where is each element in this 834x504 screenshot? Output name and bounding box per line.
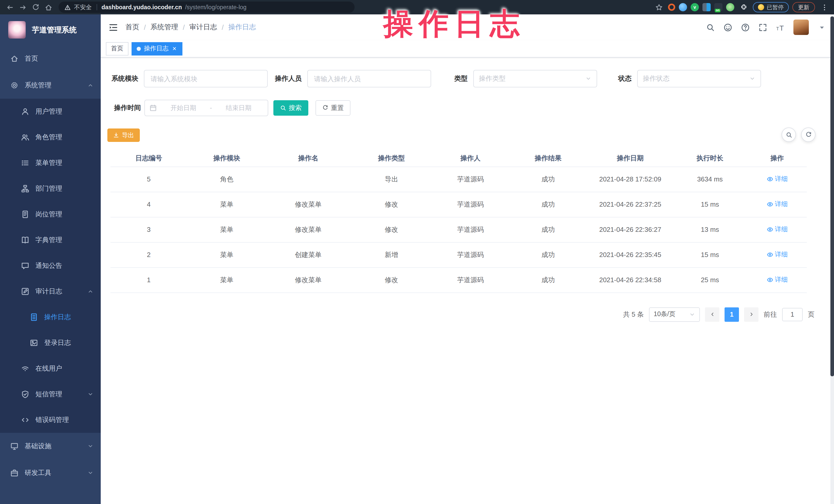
operator-input[interactable] [307,70,431,87]
export-button[interactable]: 导出 [107,129,140,142]
help-icon[interactable] [741,23,750,31]
book-icon [21,236,29,244]
goto-page-input[interactable] [782,308,803,321]
toggle-search-button[interactable] [782,128,796,142]
table-cell-action: 详细 [748,217,807,242]
prev-page-button[interactable] [705,307,719,322]
search-button[interactable]: 搜索 [273,100,308,116]
sidebar-item-label: 通知公告 [36,261,62,270]
eye-icon [767,226,773,233]
date-range-picker[interactable]: 开始日期 - 结束日期 [145,100,268,116]
status-select[interactable]: 操作状态 [637,70,761,87]
sidebar-item-online-users[interactable]: 在线用户 [0,356,101,381]
scrollbar-thumb[interactable] [830,17,834,376]
tag-home[interactable]: 首页 [106,42,129,55]
sidebar-item-notice[interactable]: 通知公告 [0,253,101,279]
sidebar-fold-icon[interactable] [108,22,118,32]
update-button[interactable]: 更新 [792,2,815,12]
sidebar-item-role-management[interactable]: 角色管理 [0,125,101,150]
tag-operate-log[interactable]: 操作日志 [132,42,182,55]
sidebar: 芋道管理系统 首页系统管理用户管理角色管理菜单管理部门管理岗位管理字典管理通知公… [0,15,101,504]
svg-text:T: T [776,26,779,31]
address-bar[interactable]: 不安全 dashboard.yudao.iocoder.cn/system/lo… [59,2,355,13]
table-cell-action: 详细 [748,267,807,292]
sidebar-item-user-management[interactable]: 用户管理 [0,99,101,125]
table-cell-type: 导出 [350,167,433,192]
reset-button[interactable]: 重置 [315,100,350,116]
refresh-table-button[interactable] [801,128,815,142]
extension-icon[interactable]: on [714,3,723,11]
sidebar-item-login-log[interactable]: 登录日志 [0,330,101,356]
browser-home-icon[interactable] [43,2,54,13]
table-cell-date: 2021-04-26 22:37:25 [588,192,673,217]
table-cell-action: 详细 [748,242,807,267]
page-size-select[interactable]: 10条/页 [649,307,700,322]
type-select[interactable]: 操作类型 [473,70,597,87]
detail-link[interactable]: 详细 [767,175,788,183]
sidebar-item-sms-management[interactable]: 短信管理 [0,381,101,407]
table-cell-date: 2021-04-26 22:34:58 [588,267,673,292]
sidebar-logo-row[interactable]: 芋道管理系统 [0,15,101,45]
bookmark-star-icon[interactable] [653,2,664,13]
extension-icon[interactable] [702,3,711,11]
sidebar-item-label: 基础设施 [25,441,51,451]
browser-menu-icon[interactable] [818,2,830,13]
browser-reload-icon[interactable] [30,2,41,13]
gear-icon [10,81,19,89]
table-cell-result: 成功 [508,167,588,192]
extension-icon[interactable] [679,3,687,11]
sidebar-item-infrastructure[interactable]: 基础设施 [0,433,101,460]
app-logo-image [8,21,26,39]
browser-forward-icon[interactable] [17,2,28,13]
module-input[interactable] [144,70,268,87]
sidebar-item-post-management[interactable]: 岗位管理 [0,201,101,227]
column-header: 操作人 [433,151,508,167]
table-cell-type: 修改 [350,267,433,292]
font-size-icon[interactable]: TT [776,23,785,31]
table-row: 4菜单修改菜单修改芋道源码成功2021-04-26 22:37:2515 ms详… [110,192,807,217]
fullscreen-icon[interactable] [759,23,767,31]
extension-icon[interactable] [668,4,675,11]
sidebar-item-audit-log[interactable]: 审计日志 [0,279,101,304]
extensions-puzzle-icon[interactable] [738,2,749,13]
browser-back-icon[interactable] [4,2,16,13]
end-date-placeholder: 结束日期 [214,104,263,112]
sidebar-item-menu-management[interactable]: 菜单管理 [0,150,101,176]
sidebar-item-home[interactable]: 首页 [0,45,101,72]
sidebar-item-label: 研发工具 [25,468,51,478]
github-icon[interactable] [724,23,732,31]
eye-icon [767,251,773,258]
wifi-icon [21,365,29,373]
home-icon [10,54,19,63]
sidebar-item-dept-management[interactable]: 部门管理 [0,176,101,201]
detail-link[interactable]: 详细 [767,200,788,209]
sidebar-item-error-code-management[interactable]: 错误码管理 [0,407,101,433]
search-icon[interactable] [706,23,715,31]
extension-icon[interactable]: v [690,3,699,11]
security-warning-icon[interactable] [64,4,71,10]
page-scrollbar[interactable] [830,15,834,504]
breadcrumb-item[interactable]: 审计日志 [189,23,217,32]
table-cell-name: 修改菜单 [266,217,350,242]
extension-icon[interactable] [726,3,734,11]
next-page-button[interactable] [744,307,759,322]
table-cell-duration: 15 ms [673,192,748,217]
detail-link[interactable]: 详细 [767,250,788,259]
avatar-caret-icon[interactable] [817,23,826,31]
briefcase-icon [10,469,19,477]
close-icon[interactable] [172,46,177,51]
breadcrumb-item[interactable]: 系统管理 [151,23,178,32]
sidebar-item-operate-log[interactable]: 操作日志 [0,304,101,330]
detail-link[interactable]: 详细 [767,225,788,234]
refresh-icon [805,131,812,138]
chevron-down-icon [585,75,591,82]
breadcrumb-item[interactable]: 首页 [125,23,139,32]
sidebar-item-dict-management[interactable]: 字典管理 [0,227,101,253]
user-avatar[interactable] [793,20,809,35]
current-page-button[interactable]: 1 [725,307,739,322]
detail-link[interactable]: 详细 [767,275,788,284]
paused-pill[interactable]: 已暂停 [753,2,789,12]
sidebar-item-dev-tools[interactable]: 研发工具 [0,460,101,486]
sidebar-item-system-management[interactable]: 系统管理 [0,72,101,99]
browser-extensions-area: v on 已暂停 更新 [653,2,830,13]
